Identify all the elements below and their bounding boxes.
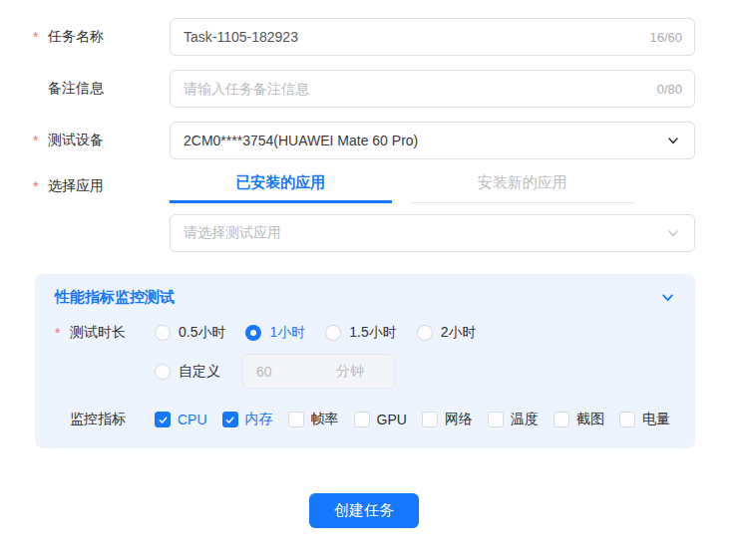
app-control: 已安装的应用 安装新的应用 请选择测试应用 bbox=[170, 173, 695, 252]
remark-label: 备注信息 bbox=[33, 80, 170, 98]
metrics-row: 监控指标 CPU 内存 帧率 bbox=[55, 411, 675, 428]
task-name-input[interactable] bbox=[170, 18, 695, 56]
device-label: * 测试设备 bbox=[33, 132, 170, 149]
required-asterisk: * bbox=[33, 29, 48, 45]
checkbox-icon bbox=[488, 412, 504, 427]
radio-duration-0-5h[interactable]: 0.5小时 bbox=[155, 324, 225, 342]
radio-duration-1-5h[interactable]: 1.5小时 bbox=[325, 324, 396, 342]
metrics-label: 监控指标 bbox=[55, 411, 155, 428]
checkbox-cpu[interactable]: CPU bbox=[155, 412, 207, 427]
checkbox-icon bbox=[422, 412, 438, 427]
radio-duration-2h[interactable]: 2小时 bbox=[417, 324, 477, 342]
performance-panel: 性能指标监控测试 * 测试时长 0.5小时 1小时 bbox=[35, 274, 695, 448]
task-name-control: 16/60 bbox=[170, 18, 695, 56]
chevron-down-icon bbox=[666, 226, 680, 240]
checkbox-framerate[interactable]: 帧率 bbox=[288, 411, 339, 428]
custom-minutes-value: 60 bbox=[256, 364, 272, 380]
radio-selected-icon bbox=[245, 325, 261, 341]
tab-install-new-app[interactable]: 安装新的应用 bbox=[412, 173, 634, 203]
required-asterisk: * bbox=[55, 325, 70, 341]
collapse-chevron-icon[interactable] bbox=[660, 290, 675, 305]
radio-duration-1h[interactable]: 1小时 bbox=[245, 324, 305, 342]
required-asterisk: * bbox=[33, 178, 48, 194]
create-task-form: * 任务名称 16/60 备注信息 0/80 * 测试设备 2CM0****37… bbox=[0, 0, 743, 528]
duration-options: 0.5小时 1小时 1.5小时 2小时 bbox=[155, 324, 675, 342]
app-select-placeholder: 请选择测试应用 bbox=[184, 224, 281, 242]
custom-minutes-input[interactable]: 60 分钟 bbox=[242, 354, 395, 389]
checkbox-label: 温度 bbox=[511, 411, 539, 428]
remark-label-text: 备注信息 bbox=[48, 80, 104, 98]
checkbox-icon bbox=[288, 412, 304, 427]
checkbox-label: CPU bbox=[178, 412, 207, 427]
app-label: * 选择应用 bbox=[33, 173, 170, 195]
checkbox-screenshot[interactable]: 截图 bbox=[554, 411, 604, 428]
required-asterisk: * bbox=[33, 133, 48, 148]
duration-label-text: 测试时长 bbox=[70, 324, 126, 342]
submit-row: 创建任务 bbox=[33, 493, 695, 528]
tab-installed-apps[interactable]: 已安装的应用 bbox=[170, 173, 392, 203]
checkbox-label: 内存 bbox=[245, 411, 273, 428]
performance-panel-title: 性能指标监控测试 bbox=[55, 288, 175, 307]
radio-duration-custom[interactable]: 自定义 bbox=[155, 363, 220, 381]
radio-icon bbox=[155, 325, 171, 341]
radio-label: 1.5小时 bbox=[349, 324, 396, 342]
checkbox-battery[interactable]: 电量 bbox=[619, 411, 670, 428]
checkbox-label: GPU bbox=[377, 412, 407, 427]
task-name-label-text: 任务名称 bbox=[48, 28, 104, 46]
radio-icon bbox=[325, 325, 341, 341]
remark-row: 备注信息 0/80 bbox=[33, 70, 695, 108]
radio-label: 2小时 bbox=[441, 324, 477, 342]
radio-icon bbox=[155, 364, 171, 380]
app-select[interactable]: 请选择测试应用 bbox=[170, 214, 695, 252]
checkbox-icon bbox=[554, 412, 569, 427]
create-task-button[interactable]: 创建任务 bbox=[309, 493, 419, 528]
checkbox-checked-icon bbox=[222, 412, 238, 427]
checkbox-memory[interactable]: 内存 bbox=[222, 411, 273, 428]
checkbox-temperature[interactable]: 温度 bbox=[488, 411, 539, 428]
radio-label: 1小时 bbox=[269, 324, 305, 342]
checkbox-label: 电量 bbox=[642, 411, 670, 428]
remark-input[interactable] bbox=[170, 70, 695, 108]
checkbox-label: 网络 bbox=[445, 411, 473, 428]
checkbox-network[interactable]: 网络 bbox=[422, 411, 473, 428]
task-name-label: * 任务名称 bbox=[33, 28, 170, 46]
device-control: 2CM0****3754(HUAWEI Mate 60 Pro) bbox=[170, 122, 695, 159]
app-row: * 选择应用 已安装的应用 安装新的应用 请选择测试应用 bbox=[33, 173, 695, 252]
checkbox-icon bbox=[354, 412, 370, 427]
radio-icon bbox=[417, 325, 433, 341]
checkbox-icon bbox=[619, 412, 635, 427]
radio-label: 自定义 bbox=[179, 363, 220, 381]
duration-row: * 测试时长 0.5小时 1小时 1.5小时 2小时 bbox=[55, 324, 675, 342]
checkbox-checked-icon bbox=[155, 412, 171, 427]
task-name-row: * 任务名称 16/60 bbox=[33, 18, 695, 56]
device-label-text: 测试设备 bbox=[48, 132, 104, 149]
duration-label: * 测试时长 bbox=[55, 324, 155, 342]
device-select-value: 2CM0****3754(HUAWEI Mate 60 Pro) bbox=[184, 133, 418, 148]
app-label-text: 选择应用 bbox=[48, 177, 104, 195]
custom-duration-control: 自定义 60 分钟 bbox=[155, 354, 675, 389]
checkbox-label: 帧率 bbox=[311, 411, 339, 428]
custom-duration-row: 自定义 60 分钟 bbox=[55, 354, 675, 389]
custom-minutes-unit: 分钟 bbox=[336, 363, 364, 381]
radio-label: 0.5小时 bbox=[179, 324, 225, 342]
device-row: * 测试设备 2CM0****3754(HUAWEI Mate 60 Pro) bbox=[33, 122, 695, 159]
chevron-down-icon bbox=[666, 134, 680, 147]
metrics-options: CPU 内存 帧率 GPU 网络 bbox=[155, 411, 675, 428]
checkbox-gpu[interactable]: GPU bbox=[354, 412, 407, 427]
performance-panel-header: 性能指标监控测试 bbox=[55, 288, 675, 307]
metrics-label-text: 监控指标 bbox=[70, 411, 126, 428]
checkbox-label: 截图 bbox=[576, 411, 604, 428]
device-select[interactable]: 2CM0****3754(HUAWEI Mate 60 Pro) bbox=[170, 122, 695, 159]
app-tabs: 已安装的应用 安装新的应用 bbox=[170, 173, 633, 203]
remark-control: 0/80 bbox=[170, 70, 695, 108]
